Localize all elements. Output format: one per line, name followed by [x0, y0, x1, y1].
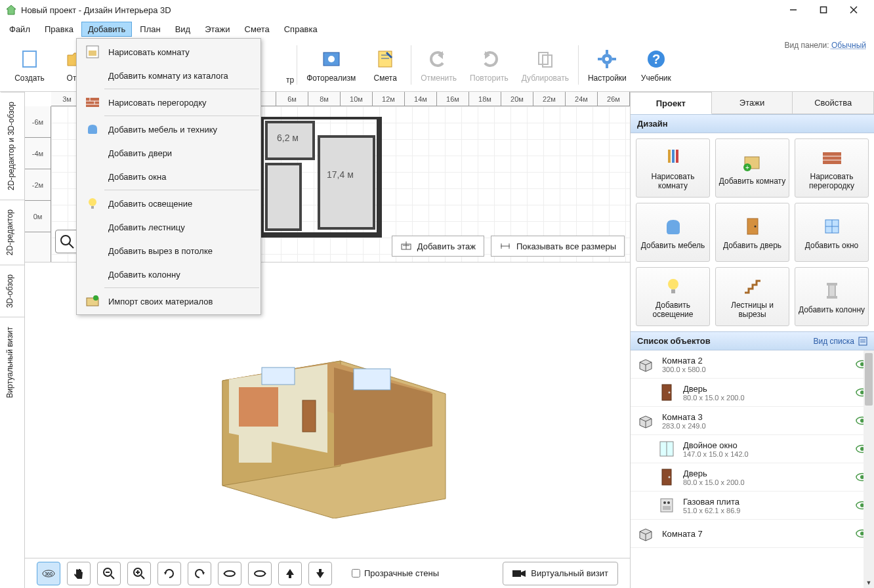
svg-point-12: [89, 198, 96, 206]
bt-tilt-r[interactable]: [248, 562, 272, 585]
svg-rect-13: [91, 206, 94, 209]
object-item[interactable]: Газовая плита51.0 x 62.1 x 86.9: [631, 492, 874, 520]
dd-add-furniture[interactable]: Добавить мебель и технику: [77, 117, 260, 141]
card-add-column[interactable]: Добавить колонну: [795, 267, 869, 326]
tb-estimate[interactable]: Смета: [362, 43, 408, 87]
svg-rect-38: [319, 136, 374, 228]
virtual-visit-button[interactable]: Виртуальный визит: [503, 562, 618, 585]
undo-icon: [427, 47, 451, 71]
rtab-floors[interactable]: Этажи: [712, 92, 793, 114]
object-dims: 80.0 x 15.0 x 200.0: [683, 478, 849, 486]
card-add-furniture[interactable]: Добавить мебель: [636, 203, 710, 262]
rtab-project[interactable]: Проект: [631, 92, 712, 114]
bt-rotate-cw[interactable]: [157, 562, 181, 585]
minimize-button[interactable]: [778, 0, 808, 20]
menu-help[interactable]: Справка: [278, 22, 324, 37]
dd-add-column[interactable]: Добавить колонну: [77, 262, 260, 286]
scrollbar-vertical[interactable]: ▲▼: [864, 350, 874, 588]
menu-estimate[interactable]: Смета: [238, 22, 276, 37]
ltab-2d[interactable]: 2D-редактор: [0, 200, 24, 264]
objects-list[interactable]: ▲▼ Комната 2300.0 x 580.0Дверь80.0 x 15.…: [631, 350, 874, 588]
ltab-virtual[interactable]: Виртуальный визит: [0, 317, 24, 408]
house-3d-model[interactable]: [203, 302, 452, 518]
rtab-properties[interactable]: Свойства: [793, 92, 874, 114]
bt-tilt-l[interactable]: [218, 562, 241, 585]
card-add-lighting[interactable]: Добавить освещение: [636, 267, 710, 326]
up-icon: [283, 567, 297, 580]
svg-rect-19: [379, 51, 392, 67]
object-item[interactable]: Комната 7: [631, 520, 874, 548]
dd-add-lighting[interactable]: Добавить освещение: [77, 192, 260, 215]
zoom-tool[interactable]: [55, 230, 79, 253]
tb-settings[interactable]: Настройки: [581, 43, 633, 87]
bt-up[interactable]: [278, 562, 302, 585]
menu-plan[interactable]: План: [133, 22, 167, 37]
360-icon: 360: [41, 566, 56, 581]
object-item[interactable]: Дверь80.0 x 15.0 x 200.0: [631, 463, 874, 492]
dd-add-doors[interactable]: Добавить двери: [77, 141, 260, 165]
object-item[interactable]: Дверь80.0 x 15.0 x 200.0: [631, 379, 874, 407]
svg-rect-53: [354, 369, 390, 390]
dd-import-materials[interactable]: Импорт своих материалов: [77, 289, 260, 313]
dd-label: Добавить вырез в потолке: [108, 246, 213, 256]
tb-tutorial[interactable]: ?Учебник: [633, 43, 679, 87]
tb-duplicate[interactable]: Дублировать: [515, 43, 575, 87]
door-icon: [741, 215, 764, 238]
menu-floors[interactable]: Этажи: [198, 22, 236, 37]
show-dims-button[interactable]: Показывать все размеры: [491, 236, 625, 257]
svg-rect-51: [239, 387, 278, 427]
dd-add-ceiling-cut[interactable]: Добавить вырез в потолке: [77, 239, 260, 262]
menu-file[interactable]: Файл: [3, 22, 37, 37]
bt-down[interactable]: [308, 562, 332, 585]
stove-icon: [657, 495, 676, 515]
bt-rotate-ccw[interactable]: [188, 562, 211, 585]
object-item[interactable]: Двойное окно147.0 x 15.0 x 142.0: [631, 435, 874, 463]
bt-360[interactable]: 360: [37, 562, 60, 585]
svg-rect-54: [262, 368, 295, 385]
tb-undo[interactable]: Отменить: [414, 43, 463, 87]
card-add-room[interactable]: +Добавить комнату: [715, 138, 789, 198]
menu-add[interactable]: Добавить: [81, 22, 132, 37]
tb-redo[interactable]: Повторить: [463, 43, 515, 87]
menu-view[interactable]: Вид: [169, 22, 198, 37]
card-add-window[interactable]: Добавить окно: [795, 203, 869, 262]
list-view-link[interactable]: Вид списка: [814, 337, 867, 346]
transparent-walls-check[interactable]: Прозрачные стены: [352, 568, 439, 578]
bt-zoom-out[interactable]: [97, 562, 121, 585]
svg-point-69: [255, 571, 265, 576]
maximize-button[interactable]: [808, 0, 839, 20]
dd-draw-wall[interactable]: Нарисовать перегородку: [77, 91, 260, 114]
tb-new[interactable]: Создать: [7, 43, 52, 87]
menu-edit[interactable]: Правка: [38, 22, 80, 37]
panel-mode-link[interactable]: Обычный: [831, 41, 866, 50]
dd-label: Добавить колонну: [108, 270, 180, 280]
door-s-icon: [657, 383, 676, 402]
svg-rect-52: [239, 433, 272, 463]
estimate-icon: [373, 47, 397, 71]
card-stairs[interactable]: Лестницы и вырезы: [715, 267, 789, 326]
add-floor-button[interactable]: Добавить этаж: [392, 236, 484, 257]
svg-point-67: [224, 571, 235, 576]
scrollbar-thumb[interactable]: [865, 353, 873, 406]
dd-add-room-catalog[interactable]: Добавить комнату из каталога: [77, 64, 260, 87]
room-icon: [85, 44, 100, 60]
dd-label: Нарисовать перегородку: [108, 98, 207, 108]
card-draw-wall[interactable]: Нарисовать перегородку: [795, 138, 869, 198]
redo-icon: [477, 47, 501, 71]
close-button[interactable]: [839, 0, 869, 20]
svg-rect-2: [821, 7, 827, 13]
dd-label: Добавить двери: [108, 148, 172, 158]
ltab-2d-3d[interactable]: 2D-редактор и 3D-обзор: [0, 92, 24, 200]
bt-pan[interactable]: [67, 562, 91, 585]
object-item[interactable]: Комната 3283.0 x 249.0: [631, 407, 874, 435]
floorplan-2d[interactable]: 6,2 м 17,4 м: [261, 117, 386, 250]
ltab-3d[interactable]: 3D-обзор: [0, 264, 24, 317]
card-draw-room[interactable]: Нарисовать комнату: [636, 138, 710, 198]
bt-zoom-in[interactable]: [127, 562, 151, 585]
card-add-door[interactable]: Добавить дверь: [715, 203, 789, 262]
dd-draw-room[interactable]: Нарисовать комнату: [77, 40, 260, 64]
tb-photorealism[interactable]: Фотореализм: [300, 43, 362, 87]
dd-add-windows[interactable]: Добавить окна: [77, 165, 260, 188]
object-item[interactable]: Комната 2300.0 x 580.0: [631, 350, 874, 379]
dd-add-stairs[interactable]: Добавить лестницу: [77, 215, 260, 239]
